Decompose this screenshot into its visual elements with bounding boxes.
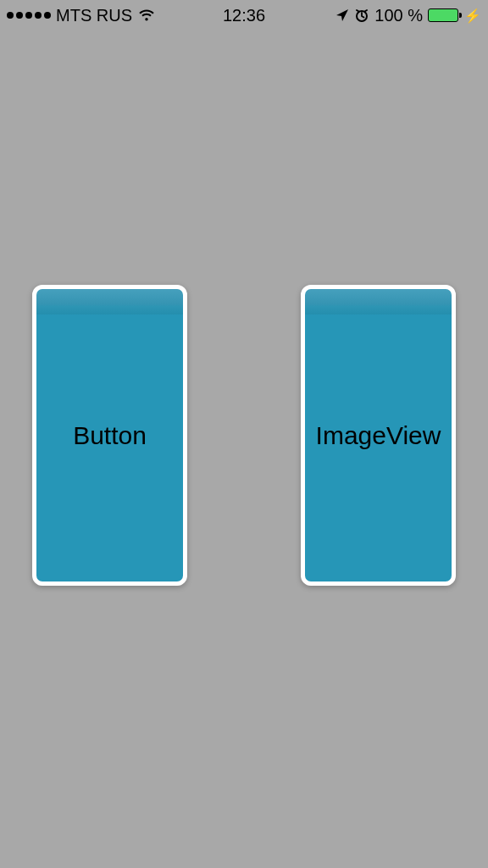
- location-icon: [336, 8, 349, 22]
- status-right: 100 % ⚡: [336, 6, 481, 25]
- imageview-tile[interactable]: ImageView: [301, 285, 456, 586]
- signal-dots-icon: [7, 12, 51, 19]
- wifi-icon: [137, 8, 156, 22]
- status-time: 12:36: [223, 6, 265, 25]
- battery-icon: [428, 8, 458, 22]
- alarm-icon: [354, 8, 369, 23]
- button-tile-label: Button: [73, 421, 147, 450]
- status-bar: MTS RUS 12:36 100 % ⚡: [0, 0, 488, 31]
- button-tile[interactable]: Button: [32, 285, 187, 586]
- charging-icon: ⚡: [464, 8, 481, 24]
- battery-percent: 100 %: [374, 6, 423, 25]
- carrier-label: MTS RUS: [56, 6, 132, 25]
- imageview-tile-label: ImageView: [316, 421, 441, 450]
- status-left: MTS RUS: [7, 6, 156, 25]
- content-area: Button ImageView: [0, 285, 488, 586]
